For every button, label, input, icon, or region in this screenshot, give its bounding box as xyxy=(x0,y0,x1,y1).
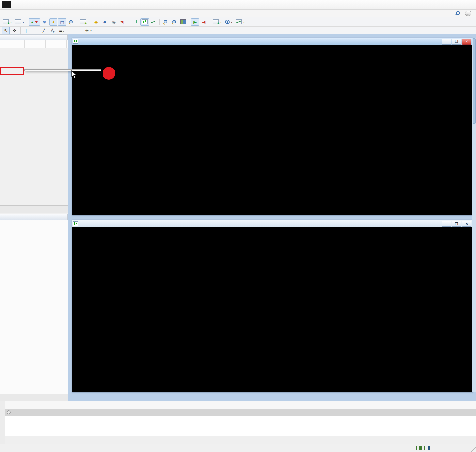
symbol-context-menu xyxy=(24,69,101,71)
navigator-panel xyxy=(0,214,68,401)
terminal-side-strip xyxy=(0,401,5,444)
terminal-column-headers xyxy=(5,401,476,409)
cursor-tool-button[interactable]: ↖ xyxy=(2,27,10,34)
zoom-out-button[interactable] xyxy=(170,18,178,26)
minimize-button[interactable] xyxy=(431,0,446,9)
chart-close-button[interactable]: ✕ xyxy=(462,221,471,227)
annotation-step-badge xyxy=(103,67,115,80)
text-label-tool-button[interactable] xyxy=(75,27,83,34)
text-tool-button[interactable] xyxy=(66,27,74,34)
chart-icon xyxy=(73,221,78,226)
titlebar-texture xyxy=(14,2,49,8)
chart-window-usdchf: — ❐ ✕ xyxy=(72,220,473,392)
standard-toolbar: ▾ ▾ ▲▼ ⊕ ★ ▤ ◆ ☻ ◉ ◥ ▶ ◀ ▾ ▾ ▾ xyxy=(0,17,476,27)
line-chart-mode-button[interactable] xyxy=(150,18,158,26)
periods-button[interactable]: ▾ xyxy=(224,18,234,26)
navigator-tabs xyxy=(0,394,69,401)
status-bar xyxy=(0,444,476,452)
chart-minimize-button[interactable]: — xyxy=(442,221,451,227)
chart-workspace: — ❐ ✕ — ❐ ✕ xyxy=(68,34,476,401)
drawing-toolbar: ↖ ✛ | — ╱ ⫽E ≣F ✣▾ xyxy=(0,27,476,35)
bar-chart-mode-button[interactable] xyxy=(132,18,140,26)
connection-cell xyxy=(413,444,471,452)
channel-tool-button[interactable]: ⫽E xyxy=(49,27,57,34)
terminal-panel xyxy=(0,401,476,444)
menu-bar xyxy=(0,10,476,17)
navigator-header xyxy=(0,214,68,220)
connection-bars-icon xyxy=(416,446,425,450)
navigator-toggle-button[interactable]: ★ xyxy=(49,18,57,26)
title-bar xyxy=(0,0,476,10)
connection-bars-icon xyxy=(427,446,432,450)
chart-restore-button[interactable]: ❐ xyxy=(452,221,461,227)
chart-restore-button[interactable]: ❐ xyxy=(452,39,461,45)
chart-canvas-usdjpy[interactable] xyxy=(72,45,472,215)
community-icon[interactable]: ☻ xyxy=(101,18,109,26)
chart-tab-bar xyxy=(140,392,471,400)
metaquotes-horn-icon[interactable]: ◆ xyxy=(92,18,100,26)
mt4-application-window: ▾ ▾ ▲▼ ⊕ ★ ▤ ◆ ☻ ◉ ◥ ▶ ◀ ▾ ▾ ▾ ↖ ✛ | — xyxy=(0,0,476,452)
candlestick-mode-button[interactable] xyxy=(140,18,149,26)
status-empty-cell xyxy=(390,444,413,452)
workspace-scrollbar[interactable] xyxy=(472,38,476,392)
crosshair-tool-button[interactable]: ✛ xyxy=(10,27,19,34)
auto-scroll-button[interactable]: ▶ xyxy=(191,18,199,26)
chart-window-usdjpy: — ❐ ✕ xyxy=(72,38,473,215)
fibonacci-tool-button[interactable]: ≣F xyxy=(57,27,66,34)
market-watch-tabs xyxy=(0,205,69,213)
indicators-button[interactable]: ▾ xyxy=(212,18,223,26)
chart-minimize-button[interactable]: — xyxy=(442,39,451,45)
chart-close-button[interactable]: ✕ xyxy=(462,39,471,45)
data-window-button[interactable]: ⊕ xyxy=(40,18,49,26)
market-watch-columns xyxy=(0,40,68,48)
market-watch-header xyxy=(0,34,68,40)
close-button[interactable] xyxy=(461,0,476,9)
search-icon[interactable] xyxy=(455,11,460,16)
terminal-tabs xyxy=(5,436,476,444)
chart-icon xyxy=(73,39,78,44)
resize-grip[interactable] xyxy=(471,444,476,452)
tile-windows-button[interactable] xyxy=(179,18,187,26)
chart-canvas-usdchf[interactable] xyxy=(72,227,472,392)
app-logo-icon xyxy=(2,1,11,8)
chart-window-title-bar[interactable]: — ❐ ✕ xyxy=(72,220,472,227)
auto-trading-button[interactable]: ◥ xyxy=(119,18,127,26)
horizontal-line-tool-button[interactable]: — xyxy=(31,27,39,34)
new-order-button[interactable] xyxy=(79,18,88,26)
balance-row xyxy=(5,409,476,416)
trendline-tool-button[interactable]: ╱ xyxy=(40,27,48,34)
chart-shift-button[interactable]: ◀ xyxy=(200,18,208,26)
market-watch-toggle-button[interactable]: ▲▼ xyxy=(29,18,40,26)
navigator-tree xyxy=(0,220,68,394)
market-watch-table xyxy=(0,40,68,48)
vertical-line-tool-button[interactable]: | xyxy=(22,27,30,34)
templates-button[interactable]: ▾ xyxy=(234,18,246,26)
mql5-icon[interactable]: ◉ xyxy=(110,18,118,26)
terminal-toggle-button[interactable]: ▤ xyxy=(58,18,66,26)
balance-row-icon xyxy=(7,410,11,414)
notification-bubble-icon[interactable] xyxy=(465,11,471,16)
profile-cell[interactable] xyxy=(253,444,390,452)
maximize-button[interactable] xyxy=(446,0,461,9)
chart-window-title-bar[interactable]: — ❐ ✕ xyxy=(72,38,472,45)
profiles-button[interactable]: ▾ xyxy=(14,18,25,26)
arrows-tool-button[interactable]: ✣▾ xyxy=(84,27,93,34)
annotation-box-usdjpy xyxy=(0,67,24,75)
strategy-tester-button[interactable] xyxy=(67,18,75,26)
left-panel xyxy=(0,34,68,401)
new-chart-button[interactable]: ▾ xyxy=(2,18,13,26)
zoom-in-button[interactable] xyxy=(161,18,169,26)
